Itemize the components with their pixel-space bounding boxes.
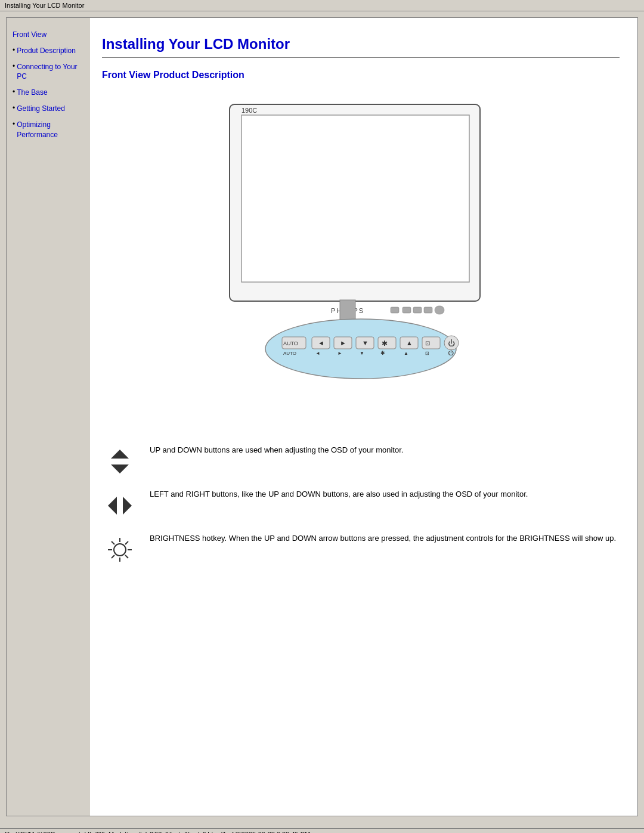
svg-marker-37	[108, 497, 117, 515]
svg-line-46	[125, 541, 128, 544]
up-down-icon	[105, 447, 135, 476]
desc-up-down: UP and DOWN buttons are used when adjust…	[102, 444, 620, 476]
svg-line-45	[125, 555, 128, 558]
sidebar-item-produt-description[interactable]: • Produt Description	[13, 46, 84, 58]
svg-marker-36	[111, 465, 129, 473]
svg-text:⊡: ⊡	[425, 340, 430, 346]
connecting-link[interactable]: Connecting to Your PC	[17, 62, 84, 82]
brightness-icon-cell	[102, 532, 138, 565]
desc-left-right: LEFT and RIGHT buttons, like the UP and …	[102, 488, 620, 521]
svg-text:✱: ✱	[380, 350, 385, 356]
the-base-link[interactable]: The Base	[17, 88, 47, 98]
sidebar: Front View • Produt Description • Connec…	[7, 18, 90, 816]
svg-text:▲: ▲	[406, 339, 413, 346]
svg-text:AUTO: AUTO	[283, 351, 296, 356]
desc-brightness: BRIGHTNESS hotkey. When the UP and DOWN …	[102, 532, 620, 565]
produt-description-link[interactable]: Produt Description	[17, 46, 76, 56]
status-bar-text: file:///D|/My%20Documents/dfu/C6_Model/e…	[5, 831, 310, 833]
svg-rect-7	[424, 307, 432, 313]
svg-text:⏻: ⏻	[448, 349, 454, 356]
monitor-diagram: 190C PHILIPS AU	[102, 92, 620, 426]
svg-text:▼: ▼	[360, 351, 364, 356]
brightness-icon	[105, 535, 135, 565]
svg-rect-6	[413, 307, 422, 313]
svg-text:⊡: ⊡	[425, 351, 429, 356]
main-container: Front View • Produt Description • Connec…	[6, 17, 638, 816]
svg-marker-38	[123, 497, 132, 515]
bullet-optimizing: •	[13, 120, 15, 128]
section-title: Front View Product Description	[102, 70, 620, 80]
page-wrapper: Front View • Produt Description • Connec…	[0, 11, 644, 828]
up-down-description: UP and DOWN buttons are used when adjust…	[150, 444, 620, 456]
svg-point-39	[114, 544, 126, 556]
monitor-svg: 190C PHILIPS AU	[194, 92, 528, 426]
left-right-icon	[105, 491, 135, 521]
sidebar-item-optimizing[interactable]: • Optimizing Performance	[13, 120, 84, 143]
svg-text:◄: ◄	[318, 339, 324, 346]
sidebar-item-front-view[interactable]: Front View	[13, 30, 84, 42]
svg-text:▼: ▼	[362, 339, 369, 346]
bullet-getting: •	[13, 104, 15, 112]
sidebar-item-connecting[interactable]: • Connecting to Your PC	[13, 62, 84, 85]
bullet-connecting: •	[13, 62, 15, 70]
title-bar-text: Installing Your LCD Monitor	[5, 2, 84, 9]
status-bar: file:///D|/My%20Documents/dfu/C6_Model/e…	[0, 828, 644, 833]
left-right-description: LEFT and RIGHT buttons, like the UP and …	[150, 488, 620, 500]
svg-rect-1	[242, 115, 469, 282]
svg-text:✱: ✱	[382, 339, 388, 348]
optimizing-link[interactable]: Optimizing Performance	[17, 120, 84, 140]
left-right-icon-cell	[102, 488, 138, 521]
svg-text:⏻: ⏻	[448, 339, 455, 348]
sidebar-item-getting-started[interactable]: • Getting Started	[13, 104, 84, 116]
svg-text:190C: 190C	[242, 107, 257, 114]
divider	[102, 57, 620, 58]
svg-text:►: ►	[340, 339, 346, 346]
svg-text:◄: ◄	[315, 351, 320, 356]
title-bar: Installing Your LCD Monitor	[0, 0, 644, 11]
front-view-link[interactable]: Front View	[13, 30, 47, 40]
page-title: Installing Your LCD Monitor	[102, 36, 620, 52]
sidebar-item-the-base[interactable]: • The Base	[13, 88, 84, 100]
bullet-produt: •	[13, 46, 15, 54]
bullet-base: •	[13, 88, 15, 96]
svg-marker-35	[111, 450, 129, 459]
brightness-description: BRIGHTNESS hotkey. When the UP and DOWN …	[150, 532, 620, 544]
up-down-icon-cell	[102, 444, 138, 476]
svg-rect-4	[391, 307, 399, 313]
svg-text:AUTO: AUTO	[283, 340, 298, 346]
svg-rect-8	[435, 306, 444, 314]
svg-text:►: ►	[338, 351, 342, 356]
svg-text:▲: ▲	[404, 351, 408, 356]
svg-line-47	[112, 555, 114, 558]
content-area: Installing Your LCD Monitor Front View P…	[90, 18, 637, 816]
svg-line-44	[112, 541, 114, 544]
svg-rect-5	[402, 307, 411, 313]
getting-started-link[interactable]: Getting Started	[17, 104, 65, 114]
